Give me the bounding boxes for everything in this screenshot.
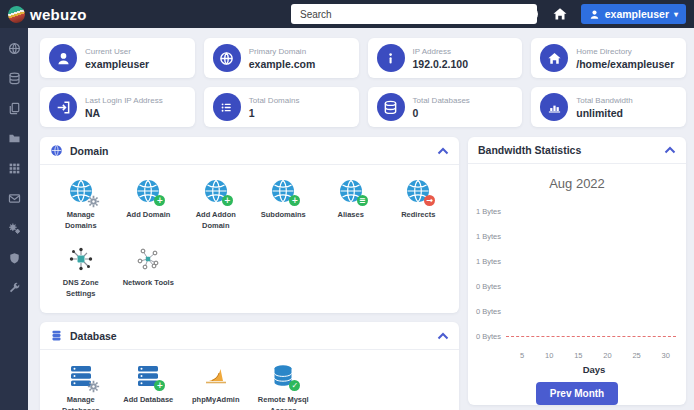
stat-value: exampleuser [85,58,149,70]
x-tick: 5 [520,351,524,360]
zero-baseline [506,336,676,337]
shield-icon [8,252,21,265]
home-icon[interactable] [552,6,568,22]
globe-plus-icon: + [135,178,161,204]
stat-value: 1 [249,107,300,119]
stat-label: Home Directory [576,47,674,56]
sidebar-item-databases[interactable] [7,71,21,85]
app-label: Add Addon Domain [185,210,247,231]
y-tick-label: 1 Bytes [476,207,501,216]
globe-plus-icon: + [270,178,296,204]
y-tick-label: 0 Bytes [476,307,501,316]
stats-grid: Current User exampleuser Primary Domain … [40,38,686,127]
domain-panel: Domain Manage Domains [40,137,459,313]
stat-card-primary-domain: Primary Domain example.com [204,38,359,78]
search-input[interactable] [291,4,537,24]
panel-title: Bandwidth Statistics [478,144,581,156]
domain-app-grid: Manage Domains + Add Domain + [40,165,459,313]
stat-label: Current User [85,47,149,56]
app-manage-databases[interactable]: Manage Databases [50,363,112,410]
dns-network-icon [68,246,94,272]
stat-card-current-user: Current User exampleuser [40,38,195,78]
gears-icon [8,222,21,235]
sidebar-item-files[interactable] [7,101,21,115]
sidebar-item-apps[interactable] [7,161,21,175]
app-phpmyadmin[interactable]: phpMyAdmin [185,363,247,410]
app-manage-domains[interactable]: Manage Domains [50,178,112,231]
topbar: webuzo W exampleuser ▾ [0,0,694,28]
app-label: phpMyAdmin [192,395,240,406]
x-tick: 30 [662,351,670,360]
sidebar [0,28,28,410]
app-label: DNS Zone Settings [50,278,112,299]
y-tick-label: 0 Bytes [476,282,501,291]
network-tools-icon [135,246,161,272]
chevron-up-icon[interactable] [437,331,449,341]
sidebar-item-domains[interactable] [7,41,21,55]
server-gear-icon [68,363,94,389]
app-aliases[interactable]: ≡ Aliases [320,178,382,231]
main-content: Current User exampleuser Primary Domain … [28,28,694,410]
app-label: Manage Databases [50,395,112,410]
globe-list-icon: ≡ [338,178,364,204]
webuzo-logo[interactable]: webuzo [8,6,87,23]
app-add-database[interactable]: + Add Database [118,363,180,410]
sidebar-item-security[interactable] [7,251,21,265]
stat-value: 192.0.2.100 [413,58,468,70]
chevron-up-icon[interactable] [437,146,449,156]
info-icon [377,44,405,72]
app-add-domain[interactable]: + Add Domain [118,178,180,231]
prev-month-button[interactable]: Prev Month [536,382,618,405]
app-add-addon-domain[interactable]: + Add Addon Domain [185,178,247,231]
stat-label: Total Bandwidth [576,96,632,105]
chart-title: Aug 2022 [468,176,686,191]
stat-card-home-directory: Home Directory /home/exampleuser [531,38,686,78]
app-remote-mysql-access[interactable]: ✓ Remote Mysql Access [253,363,315,410]
database-icon [8,72,21,85]
app-label: Subdomains [261,210,306,221]
stat-label: IP Address [413,47,468,56]
folder-icon [8,132,21,145]
sidebar-item-services[interactable] [7,221,21,235]
globe-plus-icon: + [203,178,229,204]
app-label: Network Tools [123,278,174,289]
stat-card-total-domains: Total Domains 1 [204,87,359,127]
user-icon [589,9,600,20]
app-dns-zone-settings[interactable]: DNS Zone Settings [50,246,112,299]
login-icon [49,93,77,121]
x-tick: 15 [574,351,582,360]
domain-panel-header: Domain [40,137,459,165]
stat-card-ip-address: IP Address 192.0.2.100 [368,38,523,78]
user-menu-button[interactable]: exampleuser ▾ [581,4,686,24]
app-subdomains[interactable]: + Subdomains [253,178,315,231]
sidebar-item-email[interactable] [7,191,21,205]
home-icon [540,44,568,72]
globe-gear-icon [68,178,94,204]
list-icon [213,93,241,121]
sidebar-item-file-manager[interactable] [7,131,21,145]
sidebar-item-tools[interactable] [7,281,21,295]
database-icon [50,329,63,342]
panel-title: Domain [70,145,109,157]
files-icon [8,102,21,115]
y-tick-label: 1 Bytes [476,257,501,266]
x-axis-ticks: 5 10 15 20 25 30 [520,351,670,360]
stat-value: example.com [249,58,316,70]
app-label: Remote Mysql Access [253,395,315,410]
left-column: Domain Manage Domains [40,137,459,410]
app-network-tools[interactable]: Network Tools [118,246,180,299]
globe-icon [50,144,63,157]
x-tick: 20 [603,351,611,360]
database-icon [377,93,405,121]
apps-grid-icon [8,162,21,175]
stat-card-last-login-ip: Last Login IP Address NA [40,87,195,127]
y-tick-label: 0 Bytes [476,332,501,341]
chevron-up-icon[interactable] [664,145,676,155]
topbar-actions: W exampleuser ▾ [523,4,686,24]
app-redirects[interactable]: → Redirects [388,178,450,231]
app-label: Redirects [401,210,435,221]
stat-card-total-bandwidth: Total Bandwidth unlimited [531,87,686,127]
bandwidth-panel-header: Bandwidth Statistics [468,137,686,164]
y-tick-label: 1 Bytes [476,232,501,241]
bandwidth-chart: Aug 2022 1 Bytes 1 Bytes 1 Bytes 0 Bytes… [468,176,686,405]
